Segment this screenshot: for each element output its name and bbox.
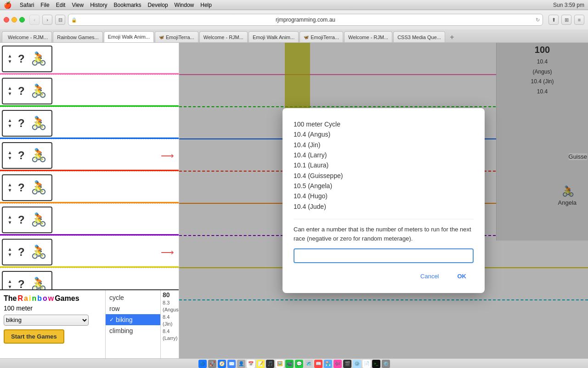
sport-climbing[interactable]: climbing <box>106 325 160 336</box>
control-box-8[interactable]: ▲ ▼ ? 🚴 <box>2 271 52 290</box>
dock-notes[interactable]: 📝 <box>256 360 265 368</box>
sport-biking[interactable]: biking <box>106 314 160 325</box>
menu-safari[interactable]: Safari <box>20 2 34 8</box>
dock-launchpad[interactable]: 🚀 <box>208 360 216 368</box>
dock-facetime[interactable]: 📹 <box>285 360 294 368</box>
spinner-arrows[interactable]: ▲ ▼ <box>7 150 12 161</box>
dock-systemprefs[interactable]: ⚙️ <box>382 360 390 368</box>
fullscreen-button[interactable] <box>19 17 25 23</box>
spinner-arrows[interactable]: ▲ ▼ <box>7 86 12 97</box>
share-button[interactable]: ⬆ <box>548 15 559 25</box>
spinner-arrows[interactable]: ▲ ▼ <box>7 279 12 290</box>
down-arrow[interactable]: ▼ <box>7 284 12 290</box>
sport-cycle[interactable]: cycle <box>106 292 160 303</box>
question-mark: ? <box>18 52 25 65</box>
dock-mail[interactable]: ✉️ <box>227 360 236 368</box>
spinner-arrows[interactable]: ▲ ▼ <box>7 118 12 129</box>
forward-button[interactable]: › <box>42 15 52 25</box>
up-arrow[interactable]: ▲ <box>7 53 12 59</box>
dialog-ok-button[interactable]: OK <box>450 270 474 282</box>
new-tab-plus[interactable]: + <box>447 32 457 42</box>
up-arrow[interactable]: ▲ <box>7 86 12 91</box>
minimize-button[interactable] <box>11 17 17 23</box>
dialog-input[interactable] <box>294 248 474 263</box>
dock-messages[interactable]: 💬 <box>295 360 303 368</box>
tab-welcome-3[interactable]: Welcome - RJM... <box>344 31 392 42</box>
new-tab-button[interactable]: ⊞ <box>561 15 571 25</box>
reload-button[interactable]: ↻ <box>536 17 540 23</box>
address-bar[interactable]: 🔒 rjmprogramming.com.au ↻ <box>68 14 543 26</box>
spinner-arrows[interactable]: ▲ ▼ <box>7 182 12 193</box>
down-arrow[interactable]: ▼ <box>7 123 12 129</box>
reader-button[interactable]: ⊟ <box>55 15 65 25</box>
control-box-2[interactable]: ▲ ▼ ? 🚴 <box>2 78 52 104</box>
sport-row[interactable]: row <box>106 303 160 314</box>
up-arrow[interactable]: ▲ <box>7 182 12 188</box>
tab-rainbow[interactable]: Rainbow Games... <box>53 31 102 42</box>
dock-imovie[interactable]: 🎬 <box>343 360 351 368</box>
rainbow-a: a <box>24 294 28 304</box>
down-arrow[interactable]: ▼ <box>7 252 12 258</box>
tab-label: Emoji Walk Anim... <box>108 34 150 40</box>
dialog-cancel-button[interactable]: Cancel <box>413 270 446 282</box>
down-arrow[interactable]: ▼ <box>7 59 12 64</box>
menu-edit[interactable]: Edit <box>56 2 66 8</box>
up-arrow[interactable]: ▲ <box>7 214 12 220</box>
dock-itunes[interactable]: 🎶 <box>334 360 342 368</box>
up-arrow[interactable]: ▲ <box>7 247 12 252</box>
dock-maps[interactable]: 🗺️ <box>305 360 313 368</box>
up-arrow[interactable]: ▲ <box>7 279 12 284</box>
menu-develop[interactable]: Develop <box>148 2 168 8</box>
menu-window[interactable]: Window <box>175 2 194 8</box>
control-box-6[interactable]: ▲ ▼ ? 🚴 <box>2 207 52 233</box>
title-the: The <box>4 294 17 304</box>
start-games-button[interactable]: Start the Games <box>4 329 64 344</box>
dock-calendar[interactable]: 📅 <box>247 360 255 368</box>
up-arrow[interactable]: ▲ <box>7 150 12 155</box>
dialog-result-7: 10.4 (Hugo) <box>294 191 474 201</box>
sidebar-button[interactable]: ≡ <box>574 15 584 25</box>
spinner-arrows[interactable]: ▲ ▼ <box>7 53 12 64</box>
tab-emoji-walk-active[interactable]: Emoji Walk Anim... <box>104 31 154 42</box>
tab-emoji-walk-2[interactable]: Emoji Walk Anim... <box>249 31 299 42</box>
dock-textedit[interactable]: 📄 <box>362 360 371 368</box>
dock-contacts[interactable]: 👤 <box>237 360 245 368</box>
dock-finder[interactable]: 🔵 <box>198 360 207 368</box>
apple-menu[interactable]: 🍎 <box>4 1 11 9</box>
control-box-5[interactable]: ▲ ▼ ? 🚴 <box>2 174 52 201</box>
down-arrow[interactable]: ▼ <box>7 220 12 225</box>
control-box-7[interactable]: ▲ ▼ ? 🚴 <box>2 239 52 265</box>
dock-music[interactable]: 🎵 <box>266 360 274 368</box>
sport-select[interactable]: biking cycle row climbing <box>4 315 89 326</box>
menu-file[interactable]: File <box>40 2 49 8</box>
up-arrow[interactable]: ▲ <box>7 118 12 123</box>
menu-history[interactable]: History <box>90 2 107 8</box>
tab-emojiterra-2[interactable]: 🦋 EmojiTerra... <box>300 31 343 42</box>
down-arrow[interactable]: ▼ <box>7 188 12 193</box>
right-bottom-panel: cycle row biking climbing 80 8.3 (Angus)… <box>106 290 179 358</box>
down-arrow[interactable]: ▼ <box>7 155 12 161</box>
dock-photos[interactable]: 🖼️ <box>276 360 284 368</box>
down-arrow[interactable]: ▼ <box>7 91 12 97</box>
spinner-arrows[interactable]: ▲ ▼ <box>7 214 12 225</box>
control-box-4[interactable]: ▲ ▼ ? 🚴 <box>2 142 52 169</box>
dock-xcode[interactable]: ⚙️ <box>353 360 361 368</box>
menu-view[interactable]: View <box>72 2 84 8</box>
dock-safari[interactable]: 🧭 <box>218 360 226 368</box>
dock-appstore[interactable]: 🏪 <box>324 360 332 368</box>
back-button[interactable]: ‹ <box>29 15 40 25</box>
close-button[interactable] <box>4 17 9 23</box>
dock-books[interactable]: 📖 <box>314 360 322 368</box>
dialog-overlay: 100 meter Cycle 10.4 (Angus) 10.4 (Jin) … <box>179 43 588 358</box>
tab-emojiterra-1[interactable]: 🦋 EmojiTerra... <box>155 31 198 42</box>
dock-terminal[interactable]: >_ <box>372 360 380 368</box>
menu-bookmarks[interactable]: Bookmarks <box>114 2 141 8</box>
score-entry: 8.4 (Larry) <box>163 328 179 342</box>
tab-welcome-2[interactable]: Welcome - RJM... <box>199 31 248 42</box>
tab-css3[interactable]: CSS3 Media Que... <box>393 31 445 42</box>
spinner-arrows[interactable]: ▲ ▼ <box>7 247 12 258</box>
control-box-3[interactable]: ▲ ▼ ? 🚴 <box>2 110 52 137</box>
menu-help[interactable]: Help <box>200 2 212 8</box>
control-box-1[interactable]: ▲ ▼ ? 🚴 <box>2 46 52 72</box>
tab-welcome-1[interactable]: Welcome - RJM... <box>2 31 52 42</box>
